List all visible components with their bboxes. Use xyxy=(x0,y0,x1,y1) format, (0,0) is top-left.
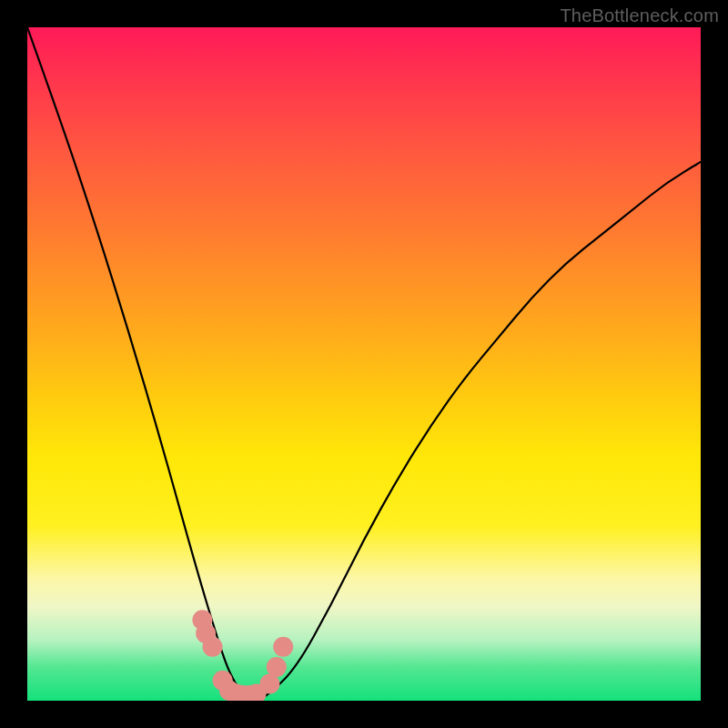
plot-area xyxy=(27,27,701,701)
marker-point xyxy=(203,637,223,657)
chart-frame: TheBottleneck.com xyxy=(0,0,728,728)
marker-group xyxy=(192,610,293,701)
marker-point xyxy=(267,657,287,677)
marker-point xyxy=(273,637,293,657)
watermark-text: TheBottleneck.com xyxy=(560,5,719,26)
bottleneck-curve-path xyxy=(27,27,701,699)
chart-svg xyxy=(27,27,701,701)
